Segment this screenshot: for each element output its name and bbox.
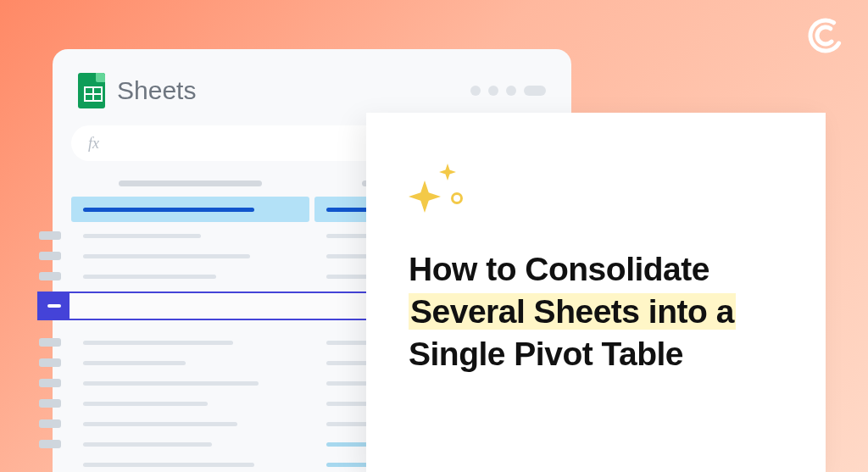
table-cell (71, 422, 309, 426)
row-handle (39, 419, 61, 428)
sheets-icon (78, 73, 105, 108)
window-dot (488, 86, 498, 96)
row-handle (39, 440, 61, 448)
table-cell (71, 381, 309, 386)
headline-line: How to Consolidate (409, 251, 709, 287)
svg-point-1 (814, 24, 837, 47)
sparkle-icon (409, 180, 441, 213)
row-handle (39, 338, 61, 347)
sparkle-ring-icon (451, 192, 463, 204)
brand-logo-icon (807, 17, 844, 54)
row-handle (39, 399, 61, 408)
table-cell (71, 463, 309, 467)
window-pill (524, 86, 546, 96)
table-cell (71, 442, 309, 447)
table-cell (71, 254, 309, 258)
window-dot (506, 86, 516, 96)
selected-row-handle[interactable] (39, 293, 70, 319)
title-card: How to Consolidate Several Sheets into a… (366, 113, 826, 472)
row-handle (39, 252, 61, 260)
row-handle (39, 379, 61, 387)
window-controls (470, 86, 546, 96)
sheets-title-group: Sheets (78, 73, 196, 108)
sparkle-decoration (403, 162, 783, 223)
table-cell (71, 361, 309, 365)
row-handle (39, 272, 61, 280)
headline-line: Single Pivot Table (409, 336, 683, 372)
table-cell (71, 234, 309, 238)
row-handle (39, 358, 61, 367)
table-cell (71, 275, 309, 279)
headline-highlight: Several Sheets into a (409, 293, 736, 330)
article-headline: How to Consolidate Several Sheets into a… (409, 248, 783, 375)
formula-prefix: fx (88, 135, 99, 153)
row-handle (39, 231, 61, 240)
table-cell (71, 341, 309, 345)
sheets-header: Sheets (71, 73, 553, 108)
window-dot (470, 86, 481, 96)
sparkle-small-icon (439, 164, 456, 180)
sheets-app-label: Sheets (117, 76, 196, 105)
table-cell (71, 197, 309, 222)
column-header (71, 175, 309, 192)
table-cell (71, 402, 309, 406)
svg-point-0 (807, 17, 844, 54)
